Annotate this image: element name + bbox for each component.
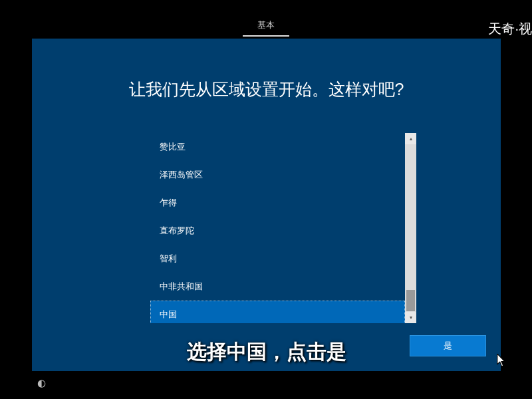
tab-basic[interactable]: 基本 bbox=[243, 17, 289, 37]
scroll-thumb[interactable] bbox=[406, 290, 415, 311]
region-item[interactable]: 直布罗陀 bbox=[150, 217, 405, 245]
region-item[interactable]: 中非共和国 bbox=[150, 273, 405, 301]
region-item[interactable]: 泽西岛管区 bbox=[150, 161, 405, 189]
confirm-button[interactable]: 是 bbox=[410, 335, 486, 356]
region-item[interactable]: 赞比亚 bbox=[150, 133, 405, 161]
scrollbar[interactable]: ▴ ▾ bbox=[405, 133, 416, 323]
scroll-down-icon[interactable]: ▾ bbox=[405, 312, 416, 323]
region-item[interactable]: 智利 bbox=[150, 245, 405, 273]
tab-bar: 基本 bbox=[0, 17, 532, 36]
oobe-region-screen: 让我们先从区域设置开始。这样对吧? 赞比亚泽西岛管区乍得直布罗陀智利中非共和国中… bbox=[32, 39, 501, 371]
region-item[interactable]: 中国 bbox=[150, 301, 405, 323]
region-list-container: 赞比亚泽西岛管区乍得直布罗陀智利中非共和国中国 ▴ ▾ bbox=[150, 133, 416, 323]
region-list[interactable]: 赞比亚泽西岛管区乍得直布罗陀智利中非共和国中国 bbox=[150, 133, 405, 323]
watermark: 天奇·视 bbox=[488, 20, 532, 38]
region-item[interactable]: 乍得 bbox=[150, 189, 405, 217]
scroll-up-icon[interactable]: ▴ bbox=[405, 133, 416, 144]
page-title: 让我们先从区域设置开始。这样对吧? bbox=[32, 78, 501, 100]
ease-of-access-icon[interactable]: ◐ bbox=[35, 376, 48, 390]
video-frame: 基本 天奇·视 让我们先从区域设置开始。这样对吧? 赞比亚泽西岛管区乍得直布罗陀… bbox=[0, 0, 532, 399]
